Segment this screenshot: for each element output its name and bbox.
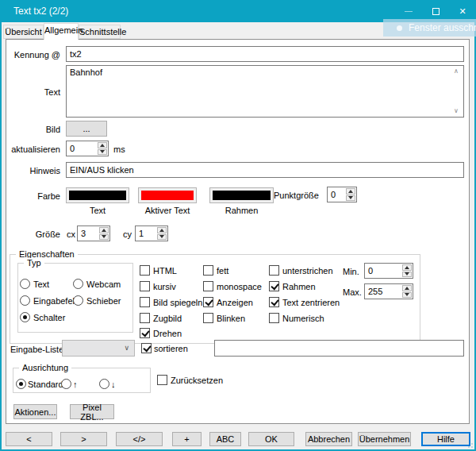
min-spinner[interactable]: 0 bbox=[364, 263, 413, 279]
max-label: Max. bbox=[343, 287, 362, 298]
checkbox-unterstrichen-label: unterstrichen bbox=[282, 266, 333, 276]
spin-down-icon[interactable] bbox=[402, 272, 412, 278]
checkbox-blinken-label: Blinken bbox=[217, 314, 245, 324]
radio-eingabefeld[interactable] bbox=[20, 295, 30, 306]
spinner-buttons bbox=[98, 226, 109, 241]
add-button[interactable]: + bbox=[172, 432, 202, 446]
checkbox-drehen[interactable] bbox=[140, 328, 150, 338]
checkbox-blinken[interactable] bbox=[203, 313, 213, 323]
swatch-text-label: Text bbox=[66, 206, 129, 216]
punktgroesse-spinner[interactable]: 0 bbox=[327, 187, 357, 202]
radio-schalter-label: Schalter bbox=[33, 313, 65, 323]
cy-value: 1 bbox=[136, 226, 156, 241]
eingabe-liste-combo[interactable]: ∨ bbox=[62, 340, 135, 357]
snip-overlay: Fenster ausschn bbox=[383, 19, 476, 37]
checkbox-text-zentrieren[interactable] bbox=[269, 297, 279, 307]
checkbox-numerisch[interactable] bbox=[269, 313, 279, 323]
checkbox-monospace[interactable] bbox=[203, 281, 213, 291]
pixel-zbl-button[interactable]: Pixel ZBL... bbox=[70, 404, 114, 419]
spin-up-icon[interactable] bbox=[98, 142, 107, 148]
spin-down-icon[interactable] bbox=[157, 234, 167, 241]
hinweis-input[interactable] bbox=[66, 162, 464, 178]
eingabe-liste-input[interactable] bbox=[214, 340, 464, 357]
radio-down-label: ↓ bbox=[111, 380, 116, 390]
spin-up-icon[interactable] bbox=[402, 264, 412, 271]
checkbox-sortieren[interactable] bbox=[141, 343, 152, 353]
close-icon: ✕ bbox=[459, 7, 466, 16]
tab-schnittstelle[interactable]: Schnittstelle bbox=[79, 25, 121, 39]
radio-up[interactable] bbox=[61, 379, 71, 389]
code-button[interactable]: </> bbox=[116, 432, 163, 446]
spin-down-icon[interactable] bbox=[98, 149, 107, 156]
next-button[interactable]: > bbox=[60, 432, 107, 446]
cy-spinner[interactable]: 1 bbox=[135, 226, 168, 241]
scroll-down-icon[interactable]: ∨ bbox=[454, 108, 459, 114]
farbe-aktiver-text-swatch-button[interactable] bbox=[138, 187, 197, 203]
cx-label: cx bbox=[67, 229, 75, 240]
text-textarea[interactable]: Bahnhof bbox=[66, 65, 464, 118]
radio-webcam[interactable] bbox=[73, 279, 83, 289]
spin-up-icon[interactable] bbox=[99, 227, 109, 233]
radio-down[interactable] bbox=[99, 379, 109, 389]
window-title: Text tx2 (2/2) bbox=[13, 6, 68, 17]
punktgroesse-label: Punktgröße bbox=[274, 191, 319, 201]
tab-allgemein[interactable]: Allgemein bbox=[44, 23, 79, 40]
checkbox-html[interactable] bbox=[140, 265, 150, 276]
minimize-icon bbox=[405, 11, 413, 12]
radio-schalter[interactable] bbox=[20, 312, 30, 322]
checkbox-zugbild-label: Zugbild bbox=[153, 314, 182, 324]
spin-down-icon[interactable] bbox=[346, 195, 355, 202]
radio-text[interactable] bbox=[20, 279, 30, 289]
scroll-up-icon[interactable]: ∧ bbox=[454, 68, 459, 75]
spin-down-icon[interactable] bbox=[99, 234, 109, 241]
hilfe-button[interactable]: Hilfe bbox=[421, 432, 470, 446]
farbe-text-swatch-button[interactable] bbox=[66, 187, 129, 203]
eingabe-liste-label: Eingabe-Liste bbox=[10, 345, 63, 355]
spinner-buttons bbox=[345, 187, 356, 202]
cx-value: 3 bbox=[78, 226, 98, 241]
checkbox-zuruecksetzen[interactable] bbox=[157, 375, 167, 385]
aktualisieren-spinner[interactable]: 0 bbox=[66, 141, 109, 156]
cy-label: cy bbox=[123, 229, 132, 240]
uebernehmen-button[interactable]: Übernehmen bbox=[358, 432, 411, 446]
aktionen-button[interactable]: Aktionen... bbox=[13, 404, 57, 419]
spinner-buttons bbox=[97, 141, 108, 156]
checkbox-unterstrichen[interactable] bbox=[269, 265, 279, 276]
kennung-label: Kennung @ bbox=[0, 50, 60, 60]
spin-down-icon[interactable] bbox=[402, 292, 412, 299]
checkbox-zugbild[interactable] bbox=[140, 313, 150, 323]
farbe-label: Farbe bbox=[0, 191, 60, 202]
ok-button[interactable]: OK bbox=[248, 432, 294, 446]
spin-up-icon[interactable] bbox=[157, 227, 167, 233]
max-value: 255 bbox=[365, 284, 401, 299]
checkbox-fett[interactable] bbox=[203, 265, 213, 276]
tab-uebersicht[interactable]: Übersicht bbox=[3, 25, 44, 39]
checkbox-anzeigen[interactable] bbox=[203, 297, 213, 307]
swatch-aktiver-text-label: Aktiver Text bbox=[138, 206, 197, 216]
bild-browse-button[interactable]: ... bbox=[66, 121, 107, 137]
spin-up-icon[interactable] bbox=[346, 188, 355, 195]
spin-up-icon[interactable] bbox=[402, 285, 412, 291]
radio-text-label: Text bbox=[33, 279, 49, 290]
checkbox-kursiv[interactable] bbox=[140, 281, 150, 291]
abbrechen-button[interactable]: Abbrechen bbox=[305, 432, 352, 446]
checkbox-drehen-label: Drehen bbox=[153, 329, 182, 339]
groesse-label: Größe bbox=[0, 229, 60, 240]
checkbox-text-zentrieren-label: Text zentrieren bbox=[282, 298, 340, 308]
prev-button[interactable]: < bbox=[6, 432, 52, 446]
checkbox-bild-spiegeln[interactable] bbox=[140, 297, 150, 307]
checkbox-zuruecksetzen-label: Zurücksetzen bbox=[171, 376, 223, 386]
cx-spinner[interactable]: 3 bbox=[77, 226, 110, 241]
radio-schieber[interactable] bbox=[73, 295, 83, 306]
farbe-rahmen-swatch-button[interactable] bbox=[209, 187, 274, 203]
checkbox-fett-label: fett bbox=[217, 266, 228, 276]
snip-overlay-label: Fenster ausschn bbox=[409, 22, 476, 33]
radio-standard[interactable] bbox=[16, 379, 26, 389]
kennung-input[interactable] bbox=[66, 46, 464, 62]
resize-grip[interactable] bbox=[471, 446, 473, 448]
radio-webcam-label: Webcam bbox=[86, 279, 121, 290]
max-spinner[interactable]: 255 bbox=[364, 283, 413, 299]
checkbox-rahmen[interactable] bbox=[269, 281, 279, 291]
ausrichtung-group-label: Ausrichtung bbox=[19, 363, 71, 372]
abc-button[interactable]: ABC bbox=[209, 432, 241, 446]
